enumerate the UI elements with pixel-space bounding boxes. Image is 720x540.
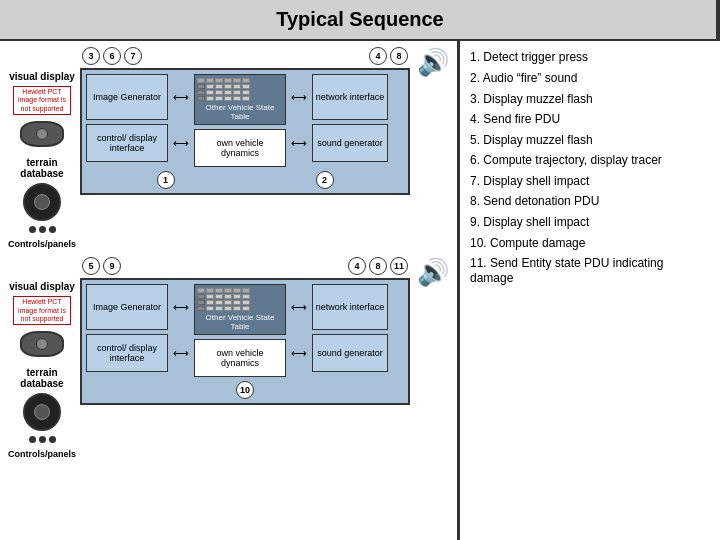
d1-arrow4: ⟷ — [291, 137, 307, 150]
badge-6: 6 — [103, 47, 121, 65]
diagram2-visual-display-label: visual display — [9, 281, 75, 292]
diagram1-image-generator: Image Generator — [86, 74, 168, 120]
badge-bottom-10: 10 — [236, 381, 254, 399]
diagram1-speaker-disk — [23, 183, 61, 221]
diagram1-sound: sound generator — [312, 124, 388, 162]
list-item-9: 9. Display shell impact — [470, 214, 710, 231]
diagram2-speaker-disk — [23, 393, 61, 431]
diagram2-blue-box: Image Generator control/ display interfa… — [80, 278, 410, 405]
list-item-5: 5. Display muzzel flash — [470, 132, 710, 149]
diagram2-left-sidebar: visual display Hewlett PCT image format … — [8, 257, 76, 459]
diagram1-film-label: Hewlett PCT image format is not supporte… — [13, 86, 71, 115]
badge-11: 11 — [390, 257, 408, 275]
diagram2-disk-icon — [20, 331, 64, 357]
list-item-4: 4. Send fire PDU — [470, 111, 710, 128]
d1-dot1 — [29, 226, 36, 233]
d2-dot1 — [29, 436, 36, 443]
diagram2-other-vehicle: Other Vehicle State Table — [194, 284, 286, 335]
d2-arrow2: ⟷ — [173, 347, 189, 360]
diagram2-right-badges: 4 8 11 — [348, 257, 408, 275]
diagram1-disk-inner — [36, 128, 48, 140]
d1-dot2 — [39, 226, 46, 233]
list-item-8: 8. Send detonation PDU — [470, 193, 710, 210]
diagram1-left-sidebar: visual display Hewlett PCT image format … — [8, 47, 76, 249]
diagram2-network: network interface — [312, 284, 388, 330]
d2-arrow4: ⟷ — [291, 347, 307, 360]
diagrams-area: visual display Hewlett PCT image format … — [0, 41, 460, 540]
badge-7: 7 — [124, 47, 142, 65]
diagram1-controls-label: Controls/panels — [8, 239, 76, 249]
list-item-11: 11. Send Entity state PDU indicating dam… — [470, 256, 710, 287]
diagram2-disk-inner — [36, 338, 48, 350]
d2-dot2 — [39, 436, 46, 443]
list-item-2: 2. Audio “fire” sound — [470, 70, 710, 87]
diagram1-visual-display-label: visual display — [9, 71, 75, 82]
d1-arrow2: ⟷ — [173, 137, 189, 150]
list-item-7: 7. Display shell impact — [470, 173, 710, 190]
page-title: Typical Sequence — [276, 8, 443, 30]
badge-9: 9 — [103, 257, 121, 275]
diagram1-terrain-label: terrain database — [8, 157, 76, 179]
diagram1-speaker: 🔊 — [417, 47, 449, 78]
list-item-10: 10. Compute damage — [470, 235, 710, 252]
diagram2-controls-label: Controls/panels — [8, 449, 76, 459]
d1-dot3 — [49, 226, 56, 233]
diagram2-speaker: 🔊 — [417, 257, 449, 288]
badge-4: 4 — [369, 47, 387, 65]
diagram2-main: 5 9 4 8 11 I — [80, 257, 410, 405]
diagram1-disk-icon — [20, 121, 64, 147]
diagram1-other-vehicle: Other Vehicle State Table — [194, 74, 286, 125]
list-item-3: 3. Display muzzel flash — [470, 91, 710, 108]
diagram1-speaker-inner — [34, 194, 50, 210]
main-content: visual display Hewlett PCT image format … — [0, 41, 720, 540]
diagram1-main: 3 6 7 4 8 Im — [80, 47, 410, 195]
diagram1-own-vehicle: own vehicle dynamics — [194, 129, 286, 167]
d2-dot3 — [49, 436, 56, 443]
diagram2-control-display: control/ display interface — [86, 334, 168, 372]
diagram1-left-badges: 3 6 7 — [82, 47, 142, 65]
diagram2-other-vehicle-label: Other Vehicle State Table — [197, 313, 283, 331]
diagram2-sound: sound generator — [312, 334, 388, 372]
badge-bottom-1: 1 — [157, 171, 175, 189]
badge-8: 8 — [390, 47, 408, 65]
page: Typical Sequence visual display Hewlett … — [0, 0, 720, 540]
diagram1-right-badges: 4 8 — [369, 47, 408, 65]
d2-arrow1: ⟷ — [173, 301, 189, 314]
diagram2-speaker-inner — [34, 404, 50, 420]
d2-arrow3: ⟷ — [291, 301, 307, 314]
badge-8b: 8 — [369, 257, 387, 275]
diagram2-terrain-label: terrain database — [8, 367, 76, 389]
list-item-6: 6. Compute trajectory, display tracer — [470, 153, 710, 169]
badge-3: 3 — [82, 47, 100, 65]
diagram2-film-label: Hewlett PCT image format is not supporte… — [13, 296, 71, 325]
badge-4b: 4 — [348, 257, 366, 275]
badge-5: 5 — [82, 257, 100, 275]
diagram1-other-vehicle-label: Other Vehicle State Table — [197, 103, 283, 121]
diagram2-left-badges: 5 9 — [82, 257, 121, 275]
diagram1-control-display: control/ display interface — [86, 124, 168, 162]
list-item-1: 1. Detect trigger press — [470, 49, 710, 66]
header: Typical Sequence — [0, 0, 720, 41]
diagram2-image-generator: Image Generator — [86, 284, 168, 330]
diagram1-network: network interface — [312, 74, 388, 120]
badge-bottom-2: 2 — [316, 171, 334, 189]
d1-arrow1: ⟷ — [173, 91, 189, 104]
diagram2-own-vehicle: own vehicle dynamics — [194, 339, 286, 377]
list-area: 1. Detect trigger press 2. Audio “fire” … — [460, 41, 720, 540]
d1-arrow3: ⟷ — [291, 91, 307, 104]
diagram1-blue-box: Image Generator control/ display interfa… — [80, 68, 410, 195]
